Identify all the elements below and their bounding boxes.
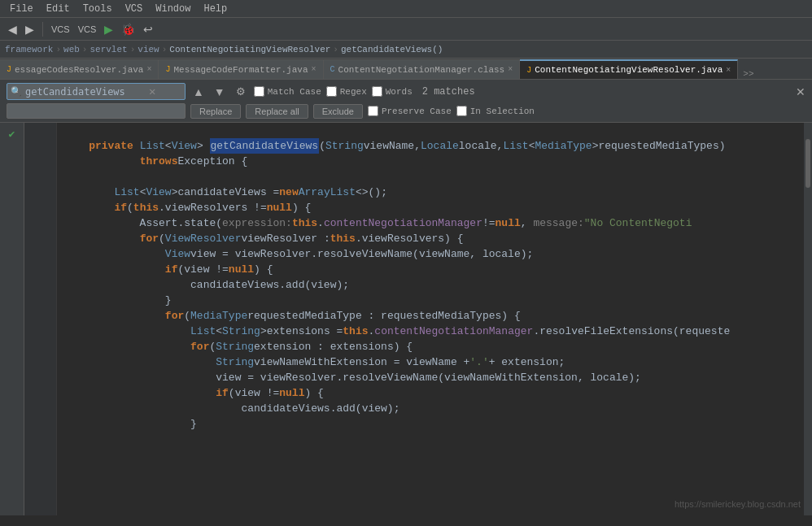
preserve-case-label: Preserve Case: [382, 107, 452, 116]
tabs-more[interactable]: >>: [738, 69, 758, 79]
code-line-5: List<View> candidateViews = new ArrayLis…: [63, 185, 797, 200]
line-num: ​: [31, 154, 50, 169]
breadcrumb-sep-2: ›: [82, 45, 88, 54]
tab-messagecodeformatter[interactable]: J MessageCodeFormatter.java ×: [159, 59, 323, 79]
exclude-button[interactable]: Exclude: [313, 104, 363, 119]
code-content[interactable]: private List<View> getCandidateViews(Str…: [57, 123, 804, 515]
breadcrumb-class[interactable]: ContentNegotiatingViewResolver: [169, 45, 330, 54]
menu-vcs[interactable]: VCS: [119, 2, 150, 16]
vcs-push-button[interactable]: VCS: [75, 23, 100, 36]
code-line-9: View view = viewResolver.resolveViewName…: [63, 246, 797, 262]
code-line-4: [63, 169, 797, 185]
line-num: ​: [31, 215, 50, 231]
find-settings-button[interactable]: ⚙: [233, 85, 249, 98]
search-prefix-icon: 🔍: [11, 86, 22, 97]
in-selection-option[interactable]: In Selection: [456, 106, 535, 116]
line-num: ​: [31, 200, 50, 215]
match-case-label: Match Case: [268, 87, 321, 97]
line-num: ​: [31, 246, 50, 262]
in-selection-label: In Selection: [470, 107, 535, 116]
code-line-7: Assert.state( expression: this.contentNe…: [63, 215, 797, 231]
code-line-3: throws Exception {: [63, 154, 797, 169]
editor-area: ✔ ​ ​ ​ ​ ​ ​ ​ ​ ​ ​ ​ ​: [0, 123, 812, 515]
find-input-wrap: 🔍 ✕: [7, 83, 186, 100]
run-button[interactable]: ▶: [101, 21, 116, 37]
code-line-8: for (ViewResolver viewResolver : this.vi…: [63, 231, 797, 246]
words-option[interactable]: Words: [372, 86, 413, 97]
vcs-update-button[interactable]: VCS: [48, 23, 73, 36]
breadcrumb-method[interactable]: getCandidateViews(): [341, 45, 443, 54]
find-close-button[interactable]: ✕: [796, 85, 805, 98]
menu-window[interactable]: Window: [149, 2, 197, 16]
preserve-case-checkbox[interactable]: [368, 106, 378, 116]
code-line-6: if (this.viewResolvers != null) {: [63, 200, 797, 215]
menu-file[interactable]: File: [3, 2, 40, 16]
java-icon-2: J: [165, 65, 170, 74]
line-num: ​: [31, 416, 50, 432]
regex-checkbox[interactable]: [326, 86, 337, 97]
find-prev-button[interactable]: ▲: [190, 85, 207, 99]
tab-close-1[interactable]: ×: [146, 65, 151, 74]
tab-messagecodesresolver[interactable]: J essageCodesResolver.java ×: [0, 59, 159, 79]
code-line-14: List<String> extensions = this.contentNe…: [63, 324, 797, 339]
line-num: ​: [31, 138, 50, 154]
tab-close-2[interactable]: ×: [312, 65, 317, 74]
tab-label-4: ContentNegotiatingViewResolver.java: [535, 65, 723, 75]
menu-help[interactable]: Help: [197, 2, 234, 16]
scrollbar-thumb[interactable]: [805, 139, 810, 188]
line-numbers: ​ ​ ​ ​ ​ ​ ​ ​ ​ ​ ​ ​ ​ ​ ​ ​: [24, 123, 57, 515]
replace-all-button[interactable]: Replace all: [246, 104, 308, 119]
match-count: 2 matches: [422, 86, 475, 98]
debug-button[interactable]: 🐞: [118, 21, 138, 37]
line-num: [31, 123, 50, 138]
in-selection-checkbox[interactable]: [456, 106, 467, 116]
line-num: ​: [31, 324, 50, 339]
code-line-15: for (String extension : extensions) {: [63, 339, 797, 354]
code-line-17: view = viewResolver.resolveViewName(view…: [63, 370, 797, 385]
undo-button[interactable]: ↩: [140, 21, 156, 37]
match-case-option[interactable]: Match Case: [254, 86, 321, 97]
words-checkbox[interactable]: [372, 86, 382, 97]
breadcrumb-view[interactable]: view: [138, 45, 159, 54]
breadcrumb-framework[interactable]: framework: [5, 45, 53, 54]
breadcrumb-web[interactable]: web: [63, 45, 80, 54]
replace-input[interactable]: [12, 105, 175, 116]
regex-option[interactable]: Regex: [326, 86, 367, 97]
forward-button[interactable]: ▶: [22, 21, 37, 37]
tab-contentnegotiationmanager[interactable]: C ContentNegotiationManager.class ×: [324, 59, 521, 79]
preserve-case-option[interactable]: Preserve Case: [368, 106, 452, 116]
code-line-2: private List<View> getCandidateViews(Str…: [63, 138, 797, 154]
code-line-12: }: [63, 293, 797, 308]
breadcrumb-servlet[interactable]: servlet: [89, 45, 127, 54]
breadcrumb-sep-1: ›: [55, 45, 61, 54]
vertical-scrollbar[interactable]: [804, 123, 812, 515]
code-line-1: [63, 123, 797, 138]
type-list: List: [140, 138, 165, 154]
java-icon-1: J: [7, 65, 11, 74]
code-line-13: for (MediaType requestedMediaType : requ…: [63, 308, 797, 324]
replace-button[interactable]: Replace: [190, 104, 241, 119]
code-line-20: }: [63, 416, 797, 432]
find-next-button[interactable]: ▼: [212, 85, 228, 99]
menu-tools[interactable]: Tools: [76, 2, 119, 16]
line-num: [31, 169, 50, 185]
menu-edit[interactable]: Edit: [40, 2, 76, 16]
tab-contentnegotiatingviewresolver[interactable]: J ContentNegotiatingViewResolver.java ×: [520, 59, 738, 79]
find-clear-button[interactable]: ✕: [149, 85, 155, 98]
code-line-16: String viewNameWithExtension = viewName …: [63, 354, 797, 370]
find-input[interactable]: [25, 86, 147, 98]
tab-close-4[interactable]: ×: [726, 66, 731, 75]
line-num: ​: [31, 354, 50, 370]
back-button[interactable]: ◀: [5, 21, 20, 37]
line-num: ​: [31, 308, 50, 324]
match-case-checkbox[interactable]: [254, 86, 264, 97]
editor-container: ​ ​ ​ ​ ​ ​ ​ ​ ​ ​ ​ ​ ​ ​ ​ ​: [24, 123, 812, 515]
kw-private: private: [89, 138, 133, 154]
tab-close-3[interactable]: ×: [508, 65, 513, 74]
line-num: ​: [31, 262, 50, 277]
code-line-18: if (view != null) {: [63, 385, 797, 401]
method-getcandidateviews: getCandidateViews: [210, 138, 320, 154]
toolbar-separator: [42, 22, 43, 37]
words-label: Words: [386, 87, 413, 97]
line-num: ​: [31, 185, 50, 200]
